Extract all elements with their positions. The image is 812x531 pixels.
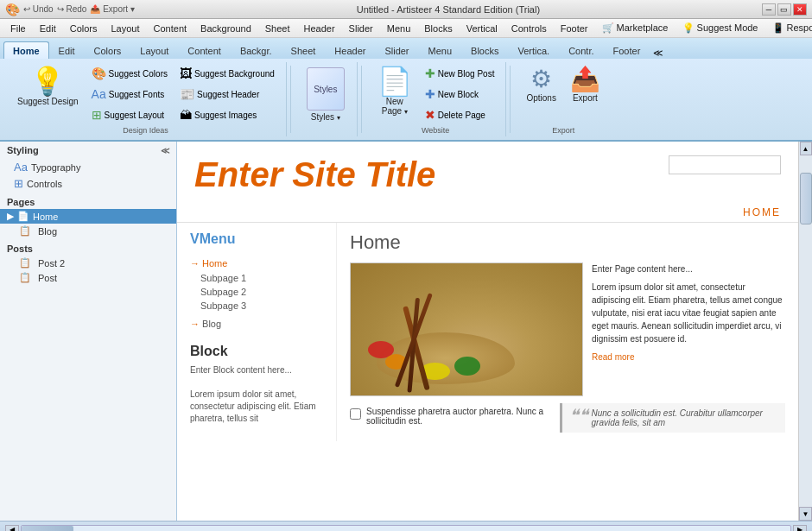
delete-page-label: Delete Page (438, 111, 485, 120)
scroll-down-arrow[interactable]: ▼ (799, 507, 812, 521)
tab-controls[interactable]: Contr. (559, 41, 603, 59)
blog-col: ✚ New Blog Post ✚ New Block ✖ Delete Pag… (421, 64, 499, 124)
site-body: VMenu Home Subpage 1 Subpage 2 Subpage 3… (177, 223, 798, 441)
scroll-thumb[interactable] (800, 173, 812, 224)
sidebar-item-post2[interactable]: 📋 Post 2 (0, 256, 176, 270)
menu-header[interactable]: Header (297, 22, 342, 35)
sidebar-item-post[interactable]: 📋 Post (0, 270, 176, 285)
palette-background (351, 263, 582, 395)
vertical-scrollbar[interactable]: ▲ ▼ (798, 142, 812, 521)
menu-edit[interactable]: Edit (33, 22, 63, 35)
nav-home-link[interactable]: HOME (743, 206, 781, 218)
sidebar-item-home[interactable]: ▶ 📄 Home (0, 209, 176, 224)
toolbar-export[interactable]: 📤 Export ▾ (90, 4, 134, 14)
quote-text: Nunc a sollicitudin est. Curabitur ullam… (592, 408, 763, 427)
menu-controls[interactable]: Controls (504, 22, 554, 35)
checkbox-input[interactable] (350, 408, 361, 420)
menu-bar: File Edit Colors Layout Content Backgrou… (0, 19, 812, 38)
options-button[interactable]: ⚙ Options (521, 64, 561, 106)
scroll-left-arrow[interactable]: ◀ (5, 525, 19, 532)
tab-colors[interactable]: Colors (85, 41, 131, 59)
suggest-layout-label: Suggest Layout (105, 111, 165, 120)
suggest-background-label: Suggest Background (194, 69, 275, 79)
vmenu-subpage2[interactable]: Subpage 2 (190, 285, 323, 299)
tab-menu[interactable]: Menu (419, 41, 462, 59)
sidebar-item-typography[interactable]: Aa Typography (0, 159, 176, 175)
sidebar-item-blog[interactable]: 📋 Blog (0, 224, 176, 238)
tab-footer[interactable]: Footer (604, 41, 650, 59)
typography-label: Typography (31, 162, 80, 173)
suggest-fonts-button[interactable]: Aa Suggest Fonts (87, 85, 172, 104)
sidebar-item-controls[interactable]: ⊞ Controls (0, 175, 176, 192)
window-controls[interactable]: ─ ▭ ✕ (762, 3, 807, 16)
tabs-overflow[interactable]: ≪ (650, 47, 667, 59)
menu-content[interactable]: Content (147, 22, 194, 35)
export-button[interactable]: 📤 Export (565, 64, 606, 106)
menu-slider[interactable]: Slider (342, 22, 380, 35)
menu-file[interactable]: File (3, 22, 33, 35)
ribbon: Home Edit Colors Layout Content Backgr. … (0, 38, 812, 142)
suggest-background-button[interactable]: 🖼 Suggest Background (175, 64, 279, 83)
suggest-header-button[interactable]: 📰 Suggest Header (175, 85, 279, 104)
suggest-layout-button[interactable]: ⊞ Suggest Layout (87, 105, 172, 124)
tab-header[interactable]: Header (325, 41, 375, 59)
menu-blocks[interactable]: Blocks (417, 22, 459, 35)
menu-responsive-view[interactable]: 📱 Responsive View ▾ (765, 21, 813, 35)
menu-suggest-mode[interactable]: 💡 Suggest Mode (676, 21, 765, 35)
vmenu-home[interactable]: Home (190, 256, 323, 271)
tab-blocks[interactable]: Blocks (461, 41, 508, 59)
scroll-right-arrow[interactable]: ▶ (793, 525, 807, 532)
site-search-input[interactable] (669, 155, 781, 174)
post2-label: Post 2 (38, 258, 65, 269)
tab-background[interactable]: Backgr. (231, 41, 282, 59)
content-text: Enter Page content here... Lorem ipsum d… (592, 262, 785, 396)
vmenu-subpage1[interactable]: Subpage 1 (190, 271, 323, 285)
new-page-label: NewPage ▾ (382, 97, 408, 116)
menu-sheet[interactable]: Sheet (258, 22, 297, 35)
new-blog-post-button[interactable]: ✚ New Blog Post (421, 64, 499, 83)
new-block-button[interactable]: ✚ New Block (421, 85, 499, 104)
toolbar-redo[interactable]: ↪ Redo (57, 4, 87, 14)
site-nav: HOME (177, 203, 798, 223)
menu-background[interactable]: Background (193, 22, 258, 35)
menu-marketplace[interactable]: 🛒 Marketplace (595, 21, 676, 35)
tab-home[interactable]: Home (3, 41, 49, 59)
scroll-up-arrow[interactable]: ▲ (800, 142, 812, 155)
suggest-colors-button[interactable]: 🎨 Suggest Colors (87, 64, 172, 83)
restore-button[interactable]: ▭ (777, 3, 791, 16)
site-title[interactable]: Enter Site Title (194, 155, 435, 194)
read-more-link[interactable]: Read more (592, 351, 785, 363)
vmenu-subpage3[interactable]: Subpage 3 (190, 299, 323, 313)
options-label: Options (526, 93, 555, 103)
menu-layout[interactable]: Layout (105, 22, 147, 35)
suggest-design-button[interactable]: 💡 Suggest Design (12, 64, 84, 110)
minimize-button[interactable]: ─ (762, 3, 776, 16)
horizontal-scroll-thumb[interactable] (22, 526, 73, 532)
delete-page-button[interactable]: ✖ Delete Page (421, 105, 499, 124)
styles-label: Styles ▾ (311, 112, 340, 122)
tab-vertical[interactable]: Vertica. (508, 41, 559, 59)
horizontal-scroll-track[interactable] (21, 525, 791, 532)
suggest-images-button[interactable]: 🏔 Suggest Images (175, 105, 279, 124)
styling-collapse-icon[interactable]: ≪ (161, 146, 169, 155)
close-button[interactable]: ✕ (793, 3, 807, 16)
site-main-content: Home (337, 223, 798, 441)
tab-slider[interactable]: Slider (375, 41, 418, 59)
tab-edit[interactable]: Edit (49, 41, 85, 59)
tab-sheet[interactable]: Sheet (282, 41, 326, 59)
font-icon: Aa (92, 87, 106, 101)
menu-colors[interactable]: Colors (63, 22, 105, 35)
post-icon: 📋 (19, 272, 31, 283)
menu-footer[interactable]: Footer (554, 22, 595, 35)
menu-vertical[interactable]: Vertical (460, 22, 504, 35)
tab-layout[interactable]: Layout (130, 41, 178, 59)
horizontal-scroll-area: ◀ ▶ (5, 525, 807, 532)
styling-section-header[interactable]: Styling ≪ (0, 142, 176, 159)
vmenu-blog[interactable]: → Blog (190, 316, 323, 332)
tab-content[interactable]: Content (178, 41, 231, 59)
menu-menu[interactable]: Menu (380, 22, 418, 35)
new-page-button[interactable]: 📄 NewPage ▾ (372, 64, 417, 119)
toolbar-undo[interactable]: ↩ Undo (23, 4, 54, 14)
styles-button[interactable]: Styles Styles ▾ (301, 64, 350, 125)
site-header: Enter Site Title (177, 142, 798, 203)
